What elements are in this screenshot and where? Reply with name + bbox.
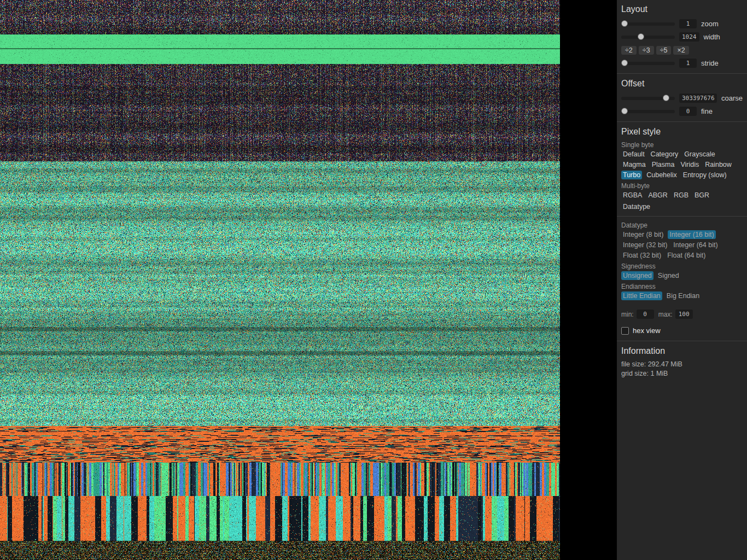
stride-row: 1 stride [621, 58, 743, 68]
option-rgb[interactable]: RGB [672, 191, 690, 200]
information-section-title: Information [621, 346, 743, 356]
width-slider[interactable] [621, 33, 675, 42]
single-byte-options: DefaultCategoryGrayscaleMagmaPlasmaVirid… [621, 150, 743, 179]
option-integer-32-bit[interactable]: Integer (32 bit) [621, 241, 669, 249]
layout-section-title: Layout [621, 4, 743, 14]
hex-view-checkbox[interactable] [621, 327, 629, 335]
max-value-box[interactable]: 100 [675, 310, 693, 319]
option-category[interactable]: Category [649, 150, 680, 159]
option-rainbow[interactable]: Rainbow [703, 160, 733, 169]
datatype-style-option: Datatype [621, 202, 743, 211]
option-datatype[interactable]: Datatype [621, 202, 652, 211]
datatype-section-title: Datatype [621, 221, 743, 229]
option-3[interactable]: ÷3 [639, 46, 654, 55]
option-integer-8-bit[interactable]: Integer (8 bit) [621, 230, 665, 239]
option-float-64-bit[interactable]: Float (64 bit) [666, 251, 707, 260]
option-bgr[interactable]: BGR [693, 191, 711, 200]
option-integer-64-bit[interactable]: Integer (64 bit) [672, 241, 719, 249]
zoom-label: zoom [701, 20, 719, 28]
multi-byte-options: RGBAABGRRGBBGR [621, 191, 743, 200]
endianness-options: Little EndianBig Endian [621, 291, 743, 300]
slider-knob[interactable] [621, 108, 628, 114]
option-2[interactable]: ÷2 [621, 46, 637, 55]
fine-offset-label: fine [701, 107, 713, 115]
datatype-options: Integer (8 bit)Integer (16 bit)Integer (… [621, 230, 743, 260]
slider-track [621, 22, 675, 26]
option-cubehelix[interactable]: Cubehelix [645, 171, 679, 179]
slider-knob[interactable] [663, 95, 669, 101]
slider-knob[interactable] [621, 20, 628, 27]
option-plasma[interactable]: Plasma [650, 160, 676, 169]
stride-label: stride [701, 59, 719, 67]
control-panel: Layout 1 zoom 1024 width ÷2÷3÷5×2 1 stri… [617, 0, 747, 560]
hex-view-row: hex view [621, 325, 743, 336]
option-integer-16-bit[interactable]: Integer (16 bit) [668, 230, 715, 239]
option-little-endian[interactable]: Little Endian [621, 291, 662, 300]
option-turbo[interactable]: Turbo [621, 171, 642, 179]
width-preset-buttons: ÷2÷3÷5×2 [621, 45, 743, 55]
width-value-box[interactable]: 1024 [679, 32, 699, 42]
coarse-offset-value-box[interactable]: 303397676 [679, 94, 717, 103]
section-divider [617, 216, 747, 217]
min-value-box[interactable]: 0 [637, 310, 654, 319]
width-label: width [704, 33, 720, 41]
option-default[interactable]: Default [621, 150, 646, 159]
multi-byte-label: Multi-byte [621, 182, 743, 190]
min-label: min: [621, 311, 634, 318]
fine-offset-row: 0 fine [621, 106, 743, 116]
zoom-row: 1 zoom [621, 19, 743, 29]
min-max-row: min: 0 max: 100 [621, 309, 743, 319]
binary-visualization[interactable] [0, 0, 560, 560]
option-signed[interactable]: Signed [656, 271, 681, 280]
signedness-label: Signedness [621, 262, 743, 270]
option-abgr[interactable]: ABGR [646, 191, 669, 200]
option-5[interactable]: ÷5 [656, 46, 672, 55]
signedness-options: UnsignedSigned [621, 271, 743, 280]
option-big-endian[interactable]: Big Endian [665, 291, 701, 300]
grid-size-text: grid size: 1 MiB [621, 370, 743, 377]
slider-track [621, 36, 675, 39]
option-float-32-bit[interactable]: Float (32 bit) [621, 251, 663, 260]
fine-offset-value-box[interactable]: 0 [679, 107, 697, 116]
slider-knob[interactable] [638, 33, 644, 40]
option-unsigned[interactable]: Unsigned [621, 271, 653, 280]
stride-value-box[interactable]: 1 [679, 59, 697, 68]
option-viridis[interactable]: Viridis [679, 160, 701, 169]
slider-track [621, 62, 675, 65]
file-size-text: file size: 292.47 MiB [621, 360, 743, 368]
section-divider [617, 73, 747, 74]
option-magma[interactable]: Magma [621, 160, 647, 169]
pixel-style-section-title: Pixel style [621, 127, 743, 137]
single-byte-label: Single byte [621, 141, 743, 149]
zoom-slider[interactable] [621, 20, 675, 28]
offset-section-title: Offset [621, 79, 743, 89]
slider-knob[interactable] [621, 60, 628, 66]
max-label: max: [658, 311, 673, 318]
coarse-offset-label: coarse [721, 94, 743, 102]
empty-area [560, 0, 617, 560]
zoom-value-box[interactable]: 1 [679, 19, 697, 28]
section-divider [617, 121, 747, 122]
coarse-offset-slider[interactable] [621, 94, 675, 103]
endianness-label: Endianness [621, 283, 743, 290]
slider-track [621, 110, 675, 113]
option-entropy-slow[interactable]: Entropy (slow) [681, 171, 728, 179]
option-2[interactable]: ×2 [673, 46, 688, 55]
coarse-offset-row: 303397676 coarse [621, 93, 743, 103]
option-grayscale[interactable]: Grayscale [682, 150, 716, 159]
option-rgba[interactable]: RGBA [621, 191, 644, 200]
section-divider [617, 341, 747, 341]
fine-offset-slider[interactable] [621, 107, 675, 116]
width-row: 1024 width [621, 32, 743, 42]
stride-slider[interactable] [621, 59, 675, 68]
hex-view-label: hex view [633, 326, 661, 335]
